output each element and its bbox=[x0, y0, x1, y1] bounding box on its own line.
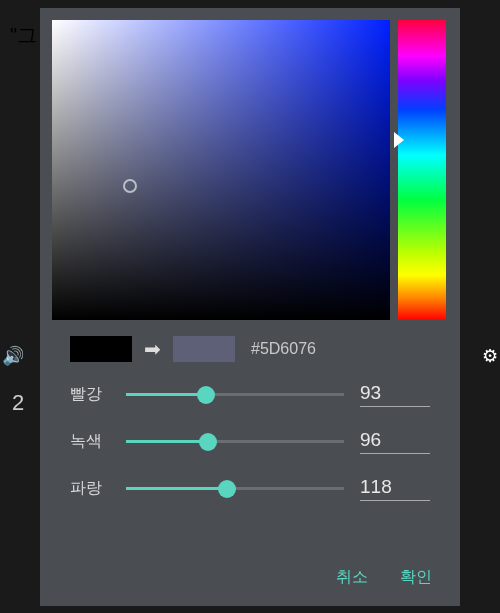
red-label: 빨강 bbox=[70, 384, 110, 405]
hex-value: #5D6076 bbox=[251, 340, 316, 358]
blue-slider[interactable] bbox=[126, 479, 344, 499]
rgb-controls: 빨강 93 녹색 96 파랑 bbox=[40, 372, 460, 523]
red-value-input[interactable]: 93 bbox=[360, 382, 430, 407]
red-row: 빨강 93 bbox=[70, 382, 430, 407]
confirm-button[interactable]: 확인 bbox=[400, 567, 432, 588]
red-slider[interactable] bbox=[126, 385, 344, 405]
blue-row: 파랑 118 bbox=[70, 476, 430, 501]
sv-cursor-icon[interactable] bbox=[123, 179, 137, 193]
blue-value-input[interactable]: 118 bbox=[360, 476, 430, 501]
background-partial-text: "그 bbox=[10, 22, 37, 49]
gear-icon[interactable]: ⚙ bbox=[482, 345, 498, 367]
slider-thumb-icon[interactable] bbox=[199, 433, 217, 451]
cancel-button[interactable]: 취소 bbox=[336, 567, 368, 588]
green-slider[interactable] bbox=[126, 432, 344, 452]
dialog-buttons: 취소 확인 bbox=[40, 551, 460, 606]
slider-thumb-icon[interactable] bbox=[218, 480, 236, 498]
old-color-swatch bbox=[70, 336, 132, 362]
blue-label: 파랑 bbox=[70, 478, 110, 499]
green-label: 녹색 bbox=[70, 431, 110, 452]
arrow-right-icon: ➡ bbox=[142, 337, 163, 361]
green-row: 녹색 96 bbox=[70, 429, 430, 454]
green-value-input[interactable]: 96 bbox=[360, 429, 430, 454]
speaker-icon[interactable]: 🔊 bbox=[2, 345, 24, 367]
new-color-swatch bbox=[173, 336, 235, 362]
saturation-value-panel[interactable] bbox=[52, 20, 390, 320]
color-preview-row: ➡ #5D6076 bbox=[40, 320, 460, 372]
hue-slider[interactable] bbox=[398, 20, 446, 320]
color-selection-area bbox=[40, 8, 460, 320]
hue-cursor-icon[interactable] bbox=[394, 132, 404, 148]
background-number: 2 bbox=[12, 390, 24, 416]
slider-thumb-icon[interactable] bbox=[197, 386, 215, 404]
color-picker-dialog: ➡ #5D6076 빨강 93 녹색 96 파 bbox=[40, 8, 460, 606]
